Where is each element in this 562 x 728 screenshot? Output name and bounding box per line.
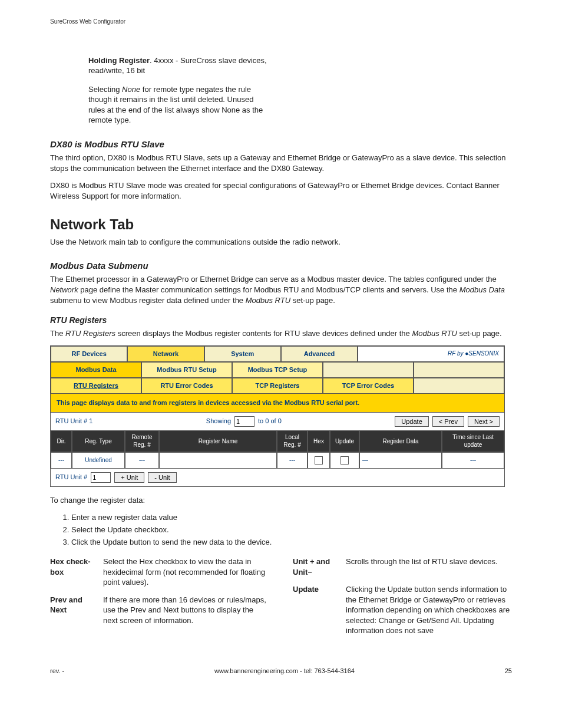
- network-heading: Network Tab: [50, 215, 512, 234]
- subtab-modbus-data[interactable]: Modbus Data: [51, 362, 141, 378]
- subtab-modbus-tcp-setup[interactable]: Modbus TCP Setup: [232, 362, 323, 378]
- minus-unit-button[interactable]: - Unit: [148, 472, 176, 483]
- bottom-unit-label: RTU Unit #: [55, 473, 87, 482]
- change-intro: To change the register data:: [50, 495, 512, 506]
- rtu-registers-panel: RF Devices Network System Advanced RF by…: [50, 345, 505, 486]
- thirdtab-tcp-registers[interactable]: TCP Registers: [232, 378, 323, 394]
- subtab-modbus-rtu-setup[interactable]: Modbus RTU Setup: [141, 362, 232, 378]
- update-checkbox[interactable]: [340, 456, 349, 465]
- holding-register-para: Holding Register. 4xxxx - SureCross slav…: [88, 55, 271, 76]
- change-steps: Enter a new register data value Select t…: [71, 512, 512, 547]
- plus-unit-button[interactable]: + Unit: [114, 472, 144, 483]
- dx80-heading: DX80 is Modbus RTU Slave: [50, 139, 512, 150]
- rtu-heading: RTU Registers: [50, 315, 512, 326]
- thirdtab-tcp-error-codes[interactable]: TCP Error Codes: [323, 378, 414, 394]
- tab-advanced[interactable]: Advanced: [281, 346, 358, 362]
- def-prevnext: Prev and Next If there are more than 16 …: [50, 595, 269, 626]
- tab-system[interactable]: System: [204, 346, 281, 362]
- thirdtab-rtu-registers[interactable]: RTU Registers: [51, 378, 141, 394]
- thirdtab-rtu-error-codes[interactable]: RTU Error Codes: [141, 378, 232, 394]
- rtu-p: The RTU Registers screen displays the Mo…: [50, 328, 512, 339]
- selecting-none-para: Selecting None for remote type negates t…: [88, 84, 271, 126]
- tab-rf-devices[interactable]: RF Devices: [51, 346, 127, 362]
- panel-description: This page displays data to and from regi…: [51, 394, 504, 413]
- update-button[interactable]: Update: [395, 416, 428, 427]
- dx80-p2: DX80 is Modbus RTU Slave mode was create…: [50, 180, 512, 201]
- modbus-p: The Ethernet processor in a GatewayPro o…: [50, 274, 512, 305]
- subtab-blank2: [414, 362, 504, 378]
- def-unit: Unit + and Unit− Scrolls through the lis…: [293, 556, 512, 577]
- tab-network[interactable]: Network: [127, 346, 204, 362]
- def-hex: Hex check-box Select the Hex checkbox to…: [50, 556, 269, 588]
- thirdtab-blank: [414, 378, 504, 394]
- page-header: SureCross Web Configurator: [50, 18, 512, 26]
- showing-input[interactable]: [234, 416, 254, 427]
- unit-label: RTU Unit # 1: [55, 417, 92, 426]
- def-update: Update Clicking the Update button sends …: [293, 584, 512, 636]
- showing-suffix: to 0 of 0: [258, 417, 282, 426]
- dx80-p1: The third option, DX80 is Modbus RTU Sla…: [50, 153, 512, 173]
- subtab-blank1: [323, 362, 414, 378]
- grid-header: Dir. Reg. Type Remote Reg. # Register Na…: [51, 430, 504, 452]
- prev-button[interactable]: < Prev: [432, 416, 464, 427]
- page-footer: rev. - www.bannerengineering.com - tel: …: [50, 667, 512, 676]
- bottom-unit-input[interactable]: [91, 472, 111, 483]
- brand-label: RF by ●SENSONIX: [358, 346, 504, 362]
- hex-checkbox[interactable]: [315, 456, 323, 465]
- grid-row: --- Undefined --- --- — ---: [51, 452, 504, 469]
- modbus-heading: Modbus Data Submenu: [50, 260, 512, 272]
- next-button[interactable]: Next >: [468, 416, 500, 427]
- showing-label: Showing: [206, 417, 231, 426]
- network-p: Use the Network main tab to configure th…: [50, 237, 512, 248]
